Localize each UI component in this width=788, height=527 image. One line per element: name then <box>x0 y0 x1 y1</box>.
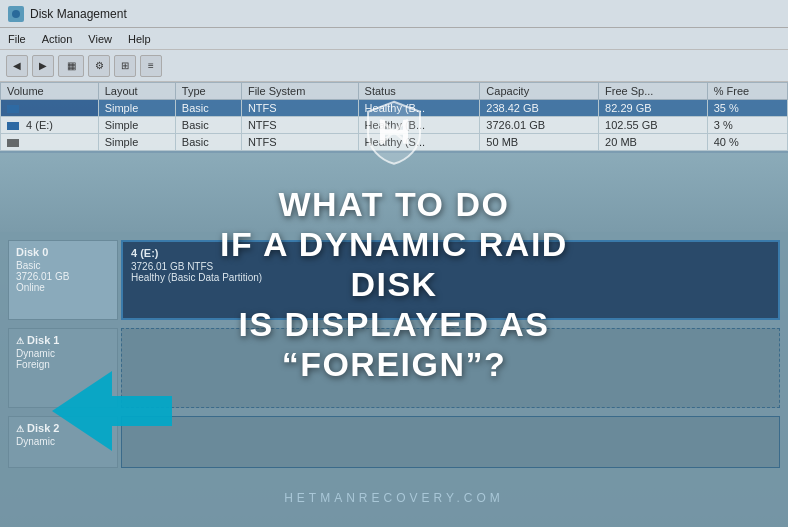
cell-layout: Simple <box>98 100 175 117</box>
cell-status: Healthy (B... <box>358 100 480 117</box>
cell-status: Healthy (S... <box>358 134 480 151</box>
toolbar-forward[interactable]: ▶ <box>32 55 54 77</box>
cell-pctfree: 40 % <box>707 134 787 151</box>
disk0-status: Online <box>16 282 110 293</box>
cell-type: Basic <box>175 100 241 117</box>
cell-layout: Simple <box>98 134 175 151</box>
cell-fs: NTFS <box>241 117 358 134</box>
col-status: Status <box>358 83 480 100</box>
cell-free: 82.29 GB <box>599 100 708 117</box>
disk0-type: Basic <box>16 260 110 271</box>
disk1-partition[interactable] <box>121 328 780 408</box>
titlebar: Disk Management <box>0 0 788 28</box>
toolbar-btn2[interactable]: ⚙ <box>88 55 110 77</box>
col-fs: File System <box>241 83 358 100</box>
cell-capacity: 238.42 GB <box>480 100 599 117</box>
disk0-partition[interactable]: 4 (E:) 3726.01 GB NTFS Healthy (Basic Da… <box>121 240 780 320</box>
cell-fs: NTFS <box>241 134 358 151</box>
cell-volume <box>1 100 99 117</box>
svg-point-0 <box>12 10 20 18</box>
disk-row-0: Disk 0 Basic 3726.01 GB Online 4 (E:) 37… <box>8 240 780 320</box>
domain-text: HETMANRECOVERY.COM <box>0 491 788 505</box>
table-row[interactable]: 4 (E:) Simple Basic NTFS Healthy (B... 3… <box>1 117 788 134</box>
col-free: Free Sp... <box>599 83 708 100</box>
col-layout: Layout <box>98 83 175 100</box>
toolbar-back[interactable]: ◀ <box>6 55 28 77</box>
cell-volume <box>1 134 99 151</box>
disk0-name: Disk 0 <box>16 246 110 258</box>
toolbar-btn1[interactable]: ▦ <box>58 55 84 77</box>
cell-status: Healthy (B... <box>358 117 480 134</box>
cell-type: Basic <box>175 117 241 134</box>
toolbar-btn4[interactable]: ≡ <box>140 55 162 77</box>
cell-capacity: 3726.01 GB <box>480 117 599 134</box>
cell-type: Basic <box>175 134 241 151</box>
cell-fs: NTFS <box>241 100 358 117</box>
cell-volume: 4 (E:) <box>1 117 99 134</box>
col-volume: Volume <box>1 83 99 100</box>
menubar: File Action View Help <box>0 28 788 50</box>
table-row[interactable]: Simple Basic NTFS Healthy (S... 50 MB 20… <box>1 134 788 151</box>
toolbar: ◀ ▶ ▦ ⚙ ⊞ ≡ <box>0 50 788 82</box>
disk0-part-name: 4 (E:) <box>131 247 770 259</box>
table-row[interactable]: Simple Basic NTFS Healthy (B... 238.42 G… <box>1 100 788 117</box>
volume-table: Volume Layout Type File System Status Ca… <box>0 82 788 153</box>
col-type: Type <box>175 83 241 100</box>
disk1-status: Foreign <box>16 359 110 370</box>
menu-help[interactable]: Help <box>128 33 151 45</box>
arrow-indicator <box>52 371 172 455</box>
menu-view[interactable]: View <box>88 33 112 45</box>
disk0-label: Disk 0 Basic 3726.01 GB Online <box>8 240 118 320</box>
disk0-size: 3726.01 GB <box>16 271 110 282</box>
disk1-name: ⚠ Disk 1 <box>16 334 110 346</box>
col-capacity: Capacity <box>480 83 599 100</box>
window-title: Disk Management <box>30 7 127 21</box>
disk2-partition[interactable] <box>121 416 780 468</box>
col-pctfree: % Free <box>707 83 787 100</box>
menu-action[interactable]: Action <box>42 33 73 45</box>
cell-pctfree: 35 % <box>707 100 787 117</box>
svg-marker-1 <box>52 371 172 451</box>
disk0-part-details: 3726.01 GB NTFS <box>131 261 770 272</box>
toolbar-btn3[interactable]: ⊞ <box>114 55 136 77</box>
cell-free: 102.55 GB <box>599 117 708 134</box>
cell-free: 20 MB <box>599 134 708 151</box>
cell-layout: Simple <box>98 117 175 134</box>
disk1-type: Dynamic <box>16 348 110 359</box>
cell-capacity: 50 MB <box>480 134 599 151</box>
window-panel: Disk Management File Action View Help ◀ … <box>0 0 788 153</box>
menu-file[interactable]: File <box>8 33 26 45</box>
disk0-part-health: Healthy (Basic Data Partition) <box>131 272 770 283</box>
cell-pctfree: 3 % <box>707 117 787 134</box>
title-icon <box>8 6 24 22</box>
